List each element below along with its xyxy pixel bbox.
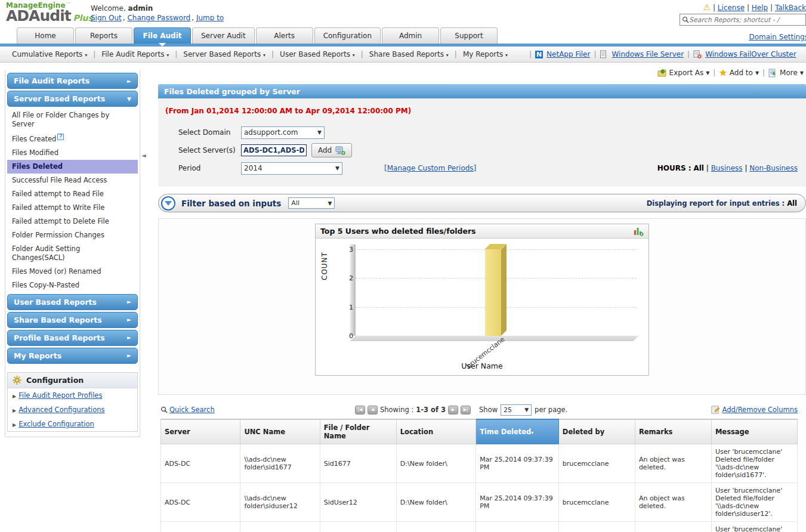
cell-message: User 'brucemcclane' Deleted file/folder … bbox=[711, 522, 797, 532]
hours-business-link[interactable]: Business bbox=[711, 164, 743, 172]
more-button[interactable]: More ▼ bbox=[768, 69, 804, 78]
chart-panel: Top 5 Users who deleted files/folders CO… bbox=[315, 224, 649, 376]
cell-location: D:\New folder\ bbox=[396, 444, 475, 483]
menu-server-based-reports[interactable]: Server Based Reports ▾ bbox=[183, 50, 265, 58]
pager-prev-button[interactable]: ◀ bbox=[368, 406, 378, 415]
config-link-advanced-configurations[interactable]: ▶Advanced Configurations bbox=[8, 403, 137, 417]
sidebar-item-files-modified[interactable]: Files Modified bbox=[7, 146, 138, 160]
sidebar-collapse-icon[interactable]: ◄ bbox=[141, 152, 146, 159]
tab-configuration[interactable]: Configuration bbox=[314, 27, 381, 44]
windows-failover-cluster-link[interactable]: Windows FailOver Cluster bbox=[705, 50, 796, 58]
netapp-filer-link[interactable]: NetApp Filer bbox=[546, 50, 590, 58]
sidebar-section-server-based-reports[interactable]: Server Based Reports ▼ bbox=[7, 91, 138, 107]
add-server-button[interactable]: Add bbox=[311, 143, 352, 157]
jump-to-link[interactable]: Jump to bbox=[196, 14, 224, 22]
config-link-exclude-configuration[interactable]: ▶Exclude Configuration bbox=[8, 417, 137, 431]
windows-file-server-link[interactable]: Windows File Server bbox=[612, 50, 684, 58]
change-password-link[interactable]: Change Password bbox=[127, 14, 190, 22]
menu-my-reports[interactable]: My Reports ▾ bbox=[463, 50, 508, 58]
sidebar-item-failed-read[interactable]: Failed attempt to Read File bbox=[7, 187, 138, 201]
add-remove-columns-button[interactable]: Add/Remove Columns bbox=[711, 406, 798, 414]
more-icon bbox=[768, 69, 777, 78]
sidebar-item-files-copy-n-pasted[interactable]: Files Copy-N-Pasted bbox=[7, 279, 138, 292]
col-header-deleted-by[interactable]: Deleted by bbox=[558, 419, 635, 444]
sidebar-section-my-reports[interactable]: My Reports ► bbox=[7, 348, 138, 364]
export-as-button[interactable]: Export As ▼ bbox=[657, 69, 710, 78]
pager-next-button[interactable]: ▶ bbox=[448, 406, 458, 415]
menu-share-based-reports[interactable]: Share Based Reports ▾ bbox=[369, 50, 449, 58]
divider: | bbox=[762, 69, 765, 77]
tab-admin[interactable]: Admin bbox=[382, 27, 439, 44]
config-link-file-audit-report-profiles[interactable]: ▶File Audit Report Profiles bbox=[8, 388, 137, 403]
period-select[interactable]: 2014 ▼ bbox=[241, 162, 342, 175]
tab-file-audit[interactable]: File Audit bbox=[134, 27, 191, 44]
sign-out-link[interactable]: Sign Out bbox=[91, 14, 122, 22]
sidebar-section-user-based-reports[interactable]: User Based Reports ► bbox=[7, 294, 138, 310]
table-row[interactable]: ADS-DC \\ads-dc\new folder\siduser12 Sid… bbox=[161, 483, 798, 522]
menu-file-audit-reports[interactable]: File Audit Reports ▾ bbox=[101, 50, 169, 58]
table-toolbar: Quick Search |◀ ◀ Showing : 1-3 of 3 ▶ ▶… bbox=[158, 402, 806, 417]
col-header-time-deleted[interactable]: Time Deleted▾ bbox=[476, 419, 559, 444]
brand-product: ADAudit bbox=[6, 7, 71, 24]
menu-user-based-reports[interactable]: User Based Reports ▾ bbox=[280, 50, 355, 58]
sidebar-section-profile-based-reports[interactable]: Profile Based Reports ► bbox=[7, 330, 138, 346]
chart-y-axis-label: COUNT bbox=[320, 252, 329, 280]
domain-select[interactable]: adsupport.com ▼ bbox=[241, 126, 325, 139]
tab-server-audit[interactable]: Server Audit bbox=[192, 27, 255, 44]
report-header-panel: (From Jan 01,2014 12:00:00 AM to Apr 09,… bbox=[158, 98, 806, 187]
brand-plus: Plus bbox=[73, 13, 93, 23]
divider: | bbox=[455, 50, 457, 58]
sidebar-item-folder-permission-changes[interactable]: Folder Permission Changes bbox=[7, 228, 138, 242]
col-header-message[interactable]: Message bbox=[711, 419, 797, 444]
table-row[interactable]: ADS-DC \\ads-dc\new folder\nepsneps Neps… bbox=[161, 522, 798, 532]
sidebar-section-share-based-reports[interactable]: Share Based Reports ► bbox=[7, 312, 138, 328]
add-to-button[interactable]: ★ Add to ▼ bbox=[719, 67, 759, 78]
tab-reports[interactable]: Reports bbox=[75, 27, 132, 44]
domain-settings-link[interactable]: Domain Settings bbox=[749, 33, 806, 41]
quick-search-button[interactable]: Quick Search bbox=[160, 406, 215, 414]
tab-support[interactable]: Support bbox=[440, 27, 498, 44]
table-row[interactable]: ADS-DC \\ads-dc\new folder\sid1677 Sid16… bbox=[161, 444, 798, 483]
sidebar-item-folder-audit-setting-changes[interactable]: Folder Audit Setting Changes(SACL) bbox=[7, 242, 138, 265]
help-link[interactable]: Help bbox=[752, 4, 768, 12]
tab-home[interactable]: Home bbox=[17, 27, 74, 44]
col-header-location[interactable]: Location bbox=[396, 419, 475, 444]
select-servers-label: Select Server(s) bbox=[178, 146, 241, 154]
manage-custom-periods-link[interactable]: [Manage Custom Periods] bbox=[384, 164, 476, 172]
license-link[interactable]: License bbox=[718, 4, 745, 12]
hours-non-business-link[interactable]: Non-Business bbox=[749, 164, 798, 172]
sidebar-item-failed-write[interactable]: Failed attempt to Write File bbox=[7, 201, 138, 215]
search-icon bbox=[160, 406, 168, 413]
chevron-down-icon: ▾ bbox=[505, 52, 508, 58]
warning-icon[interactable]: ⚠ bbox=[703, 2, 711, 12]
talkback-link[interactable]: TalkBack bbox=[775, 4, 806, 12]
menu-cumulative-reports[interactable]: Cumulative Reports ▾ bbox=[12, 50, 87, 58]
chevron-right-icon: ► bbox=[127, 317, 131, 323]
chart-bar[interactable] bbox=[485, 249, 501, 336]
search-input[interactable] bbox=[689, 16, 796, 24]
export-icon bbox=[657, 69, 667, 78]
tab-alerts[interactable]: Alerts bbox=[256, 27, 313, 44]
sidebar-item-successful-file-read-access[interactable]: Successful File Read Access bbox=[7, 174, 138, 187]
pager-first-button[interactable]: |◀ bbox=[355, 406, 365, 415]
cell-server: ADS-DC bbox=[161, 483, 240, 522]
col-header-unc-name[interactable]: UNC Name bbox=[240, 419, 320, 444]
sidebar-item-all-file-folder-changes[interactable]: All File or Folder Changes by Server bbox=[7, 109, 138, 131]
sidebar-section-file-audit-reports[interactable]: File Audit Reports ► bbox=[7, 73, 138, 89]
help-icon[interactable]: ? bbox=[57, 134, 64, 140]
page-size-select[interactable]: 25 ▼ bbox=[501, 404, 532, 416]
sidebar-item-files-moved-renamed[interactable]: Files Moved (or) Renamed bbox=[7, 265, 138, 279]
pager-last-button[interactable]: ▶| bbox=[461, 406, 471, 415]
servers-input[interactable] bbox=[241, 144, 307, 156]
pipe: | bbox=[713, 4, 715, 12]
sidebar-item-failed-delete[interactable]: Failed attempt to Delete File bbox=[7, 215, 138, 228]
col-header-server[interactable]: Server bbox=[161, 419, 240, 444]
filter-select[interactable]: All ▼ bbox=[288, 197, 335, 209]
col-header-remarks[interactable]: Remarks bbox=[635, 419, 711, 444]
sidebar-item-files-deleted[interactable]: Files Deleted bbox=[7, 160, 138, 174]
col-header-file-folder-name[interactable]: File / Folder Name bbox=[320, 419, 396, 444]
chevron-right-icon: ► bbox=[127, 335, 131, 341]
search-box[interactable] bbox=[680, 14, 806, 26]
sidebar-item-files-created[interactable]: Files Created? bbox=[7, 131, 138, 146]
chart-type-icon[interactable] bbox=[634, 227, 644, 236]
